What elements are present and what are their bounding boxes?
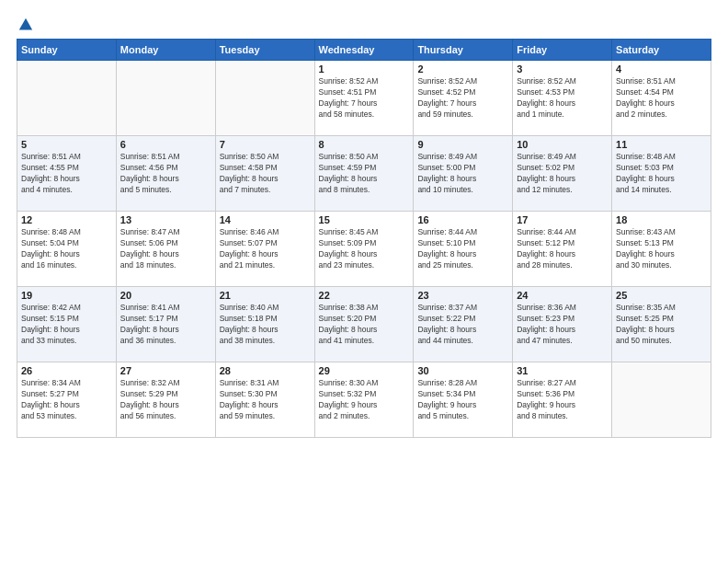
day-info: Sunrise: 8:52 AM Sunset: 4:53 PM Dayligh…: [517, 76, 608, 121]
calendar-cell: 30Sunrise: 8:28 AM Sunset: 5:34 PM Dayli…: [414, 362, 513, 438]
day-info: Sunrise: 8:51 AM Sunset: 4:55 PM Dayligh…: [21, 152, 112, 196]
calendar-cell: 2Sunrise: 8:52 AM Sunset: 4:52 PM Daylig…: [414, 61, 513, 136]
calendar-cell: [116, 61, 215, 136]
header-day-sunday: Sunday: [17, 40, 117, 61]
header-day-wednesday: Wednesday: [314, 40, 414, 61]
calendar-cell: 24Sunrise: 8:36 AM Sunset: 5:23 PM Dayli…: [513, 287, 612, 362]
day-info: Sunrise: 8:28 AM Sunset: 5:34 PM Dayligh…: [417, 378, 508, 422]
calendar-cell: 28Sunrise: 8:31 AM Sunset: 5:30 PM Dayli…: [215, 362, 314, 438]
calendar-cell: 11Sunrise: 8:48 AM Sunset: 5:03 PM Dayli…: [612, 136, 711, 212]
day-info: Sunrise: 8:31 AM Sunset: 5:30 PM Dayligh…: [220, 378, 311, 422]
day-number: 5: [21, 139, 112, 150]
day-number: 27: [120, 365, 211, 376]
day-number: 22: [319, 290, 410, 301]
calendar-cell: 23Sunrise: 8:37 AM Sunset: 5:22 PM Dayli…: [414, 287, 513, 362]
day-number: 24: [517, 290, 608, 301]
calendar-cell: 22Sunrise: 8:38 AM Sunset: 5:20 PM Dayli…: [314, 287, 414, 362]
day-number: 10: [517, 139, 608, 150]
day-number: 17: [517, 214, 608, 225]
day-number: 3: [517, 63, 608, 75]
day-info: Sunrise: 8:37 AM Sunset: 5:22 PM Dayligh…: [417, 303, 508, 347]
day-number: 7: [220, 139, 311, 150]
header-day-tuesday: Tuesday: [215, 40, 314, 61]
logo: [17, 17, 34, 31]
calendar-cell: [17, 61, 117, 136]
week-row-4: 19Sunrise: 8:42 AM Sunset: 5:15 PM Dayli…: [17, 287, 711, 362]
week-row-1: 1Sunrise: 8:52 AM Sunset: 4:51 PM Daylig…: [17, 61, 711, 136]
day-number: 12: [21, 214, 112, 225]
day-info: Sunrise: 8:36 AM Sunset: 5:23 PM Dayligh…: [517, 303, 608, 347]
day-number: 2: [417, 63, 508, 75]
day-info: Sunrise: 8:45 AM Sunset: 5:09 PM Dayligh…: [319, 227, 410, 271]
calendar-cell: 12Sunrise: 8:48 AM Sunset: 5:04 PM Dayli…: [17, 212, 117, 287]
day-info: Sunrise: 8:52 AM Sunset: 4:51 PM Dayligh…: [319, 76, 410, 121]
day-info: Sunrise: 8:40 AM Sunset: 5:18 PM Dayligh…: [220, 303, 311, 347]
day-info: Sunrise: 8:38 AM Sunset: 5:20 PM Dayligh…: [319, 303, 410, 347]
day-number: 4: [616, 63, 707, 75]
day-number: 8: [319, 139, 410, 150]
calendar-cell: 20Sunrise: 8:41 AM Sunset: 5:17 PM Dayli…: [116, 287, 215, 362]
day-number: 26: [21, 365, 112, 376]
day-info: Sunrise: 8:50 AM Sunset: 4:59 PM Dayligh…: [319, 152, 410, 196]
calendar-page: SundayMondayTuesdayWednesdayThursdayFrid…: [0, 0, 728, 563]
calendar-cell: 19Sunrise: 8:42 AM Sunset: 5:15 PM Dayli…: [17, 287, 117, 362]
day-info: Sunrise: 8:34 AM Sunset: 5:27 PM Dayligh…: [21, 378, 112, 422]
header: [17, 17, 711, 31]
day-info: Sunrise: 8:35 AM Sunset: 5:25 PM Dayligh…: [616, 303, 707, 347]
day-info: Sunrise: 8:32 AM Sunset: 5:29 PM Dayligh…: [120, 378, 211, 422]
calendar-cell: 21Sunrise: 8:40 AM Sunset: 5:18 PM Dayli…: [215, 287, 314, 362]
day-info: Sunrise: 8:42 AM Sunset: 5:15 PM Dayligh…: [21, 303, 112, 347]
calendar-cell: 14Sunrise: 8:46 AM Sunset: 5:07 PM Dayli…: [215, 212, 314, 287]
calendar-cell: 18Sunrise: 8:43 AM Sunset: 5:13 PM Dayli…: [612, 212, 711, 287]
day-info: Sunrise: 8:47 AM Sunset: 5:06 PM Dayligh…: [120, 227, 211, 271]
day-number: 11: [616, 139, 707, 150]
header-day-monday: Monday: [116, 40, 215, 61]
week-row-3: 12Sunrise: 8:48 AM Sunset: 5:04 PM Dayli…: [17, 212, 711, 287]
header-day-thursday: Thursday: [414, 40, 513, 61]
day-number: 21: [220, 290, 311, 301]
calendar-table: SundayMondayTuesdayWednesdayThursdayFrid…: [17, 39, 711, 438]
calendar-cell: [215, 61, 314, 136]
day-info: Sunrise: 8:51 AM Sunset: 4:56 PM Dayligh…: [120, 152, 211, 196]
day-info: Sunrise: 8:51 AM Sunset: 4:54 PM Dayligh…: [616, 76, 707, 121]
calendar-cell: 15Sunrise: 8:45 AM Sunset: 5:09 PM Dayli…: [314, 212, 414, 287]
calendar-cell: 16Sunrise: 8:44 AM Sunset: 5:10 PM Dayli…: [414, 212, 513, 287]
svg-marker-0: [19, 18, 32, 30]
header-day-friday: Friday: [513, 40, 612, 61]
day-number: 31: [517, 365, 608, 376]
calendar-cell: 13Sunrise: 8:47 AM Sunset: 5:06 PM Dayli…: [116, 212, 215, 287]
day-number: 9: [417, 139, 508, 150]
calendar-cell: 26Sunrise: 8:34 AM Sunset: 5:27 PM Dayli…: [17, 362, 117, 438]
calendar-cell: 6Sunrise: 8:51 AM Sunset: 4:56 PM Daylig…: [116, 136, 215, 212]
header-day-saturday: Saturday: [612, 40, 711, 61]
day-info: Sunrise: 8:46 AM Sunset: 5:07 PM Dayligh…: [220, 227, 311, 271]
day-info: Sunrise: 8:49 AM Sunset: 5:00 PM Dayligh…: [417, 152, 508, 196]
day-number: 28: [220, 365, 311, 376]
day-number: 15: [319, 214, 410, 225]
day-number: 25: [616, 290, 707, 301]
calendar-cell: 8Sunrise: 8:50 AM Sunset: 4:59 PM Daylig…: [314, 136, 414, 212]
calendar-cell: 31Sunrise: 8:27 AM Sunset: 5:36 PM Dayli…: [513, 362, 612, 438]
calendar-cell: 4Sunrise: 8:51 AM Sunset: 4:54 PM Daylig…: [612, 61, 711, 136]
day-info: Sunrise: 8:43 AM Sunset: 5:13 PM Dayligh…: [616, 227, 707, 271]
day-info: Sunrise: 8:44 AM Sunset: 5:12 PM Dayligh…: [517, 227, 608, 271]
day-info: Sunrise: 8:52 AM Sunset: 4:52 PM Dayligh…: [417, 76, 508, 121]
calendar-cell: 25Sunrise: 8:35 AM Sunset: 5:25 PM Dayli…: [612, 287, 711, 362]
day-info: Sunrise: 8:49 AM Sunset: 5:02 PM Dayligh…: [517, 152, 608, 196]
day-info: Sunrise: 8:41 AM Sunset: 5:17 PM Dayligh…: [120, 303, 211, 347]
calendar-cell: [612, 362, 711, 438]
week-row-2: 5Sunrise: 8:51 AM Sunset: 4:55 PM Daylig…: [17, 136, 711, 212]
calendar-cell: 7Sunrise: 8:50 AM Sunset: 4:58 PM Daylig…: [215, 136, 314, 212]
day-number: 1: [319, 63, 410, 75]
day-info: Sunrise: 8:44 AM Sunset: 5:10 PM Dayligh…: [417, 227, 508, 271]
calendar-cell: 1Sunrise: 8:52 AM Sunset: 4:51 PM Daylig…: [314, 61, 414, 136]
day-info: Sunrise: 8:50 AM Sunset: 4:58 PM Dayligh…: [220, 152, 311, 196]
day-info: Sunrise: 8:48 AM Sunset: 5:04 PM Dayligh…: [21, 227, 112, 271]
day-info: Sunrise: 8:30 AM Sunset: 5:32 PM Dayligh…: [319, 378, 410, 422]
day-number: 23: [417, 290, 508, 301]
day-number: 29: [319, 365, 410, 376]
day-number: 14: [220, 214, 311, 225]
day-number: 18: [616, 214, 707, 225]
week-row-5: 26Sunrise: 8:34 AM Sunset: 5:27 PM Dayli…: [17, 362, 711, 438]
calendar-cell: 10Sunrise: 8:49 AM Sunset: 5:02 PM Dayli…: [513, 136, 612, 212]
